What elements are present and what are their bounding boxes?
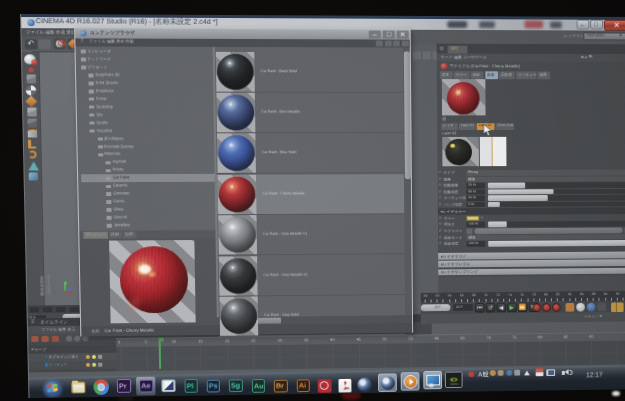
svg-text:nVIDIA: nVIDIA [449, 382, 458, 386]
